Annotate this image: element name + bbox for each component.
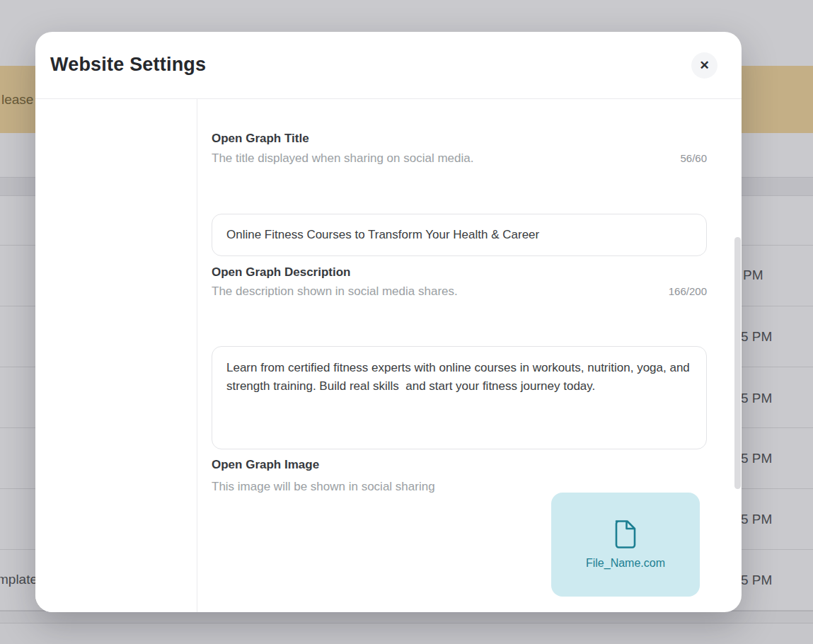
og-title-input[interactable] xyxy=(212,214,707,256)
modal-scrollbar-thumb[interactable] xyxy=(734,237,741,489)
modal-header: Website Settings ✕ xyxy=(35,32,742,99)
og-title-label: Open Graph Title xyxy=(212,132,309,146)
og-description-textarea[interactable]: Learn from certified fitness experts wit… xyxy=(212,346,707,449)
close-icon: ✕ xyxy=(699,59,709,71)
og-title-counter: 56/60 xyxy=(680,152,707,164)
og-title-help: The title displayed when sharing on soci… xyxy=(212,151,473,166)
website-settings-modal: Website Settings ✕ Open Graph Title The … xyxy=(35,32,742,612)
modal-title: Website Settings xyxy=(50,54,206,76)
og-image-label: Open Graph Image xyxy=(212,458,319,472)
modal-content: Open Graph Title The title displayed whe… xyxy=(212,99,707,612)
og-description-help: The description shown in social media sh… xyxy=(212,284,458,299)
file-icon xyxy=(614,520,637,548)
og-image-preview[interactable]: File_Name.com xyxy=(551,493,700,597)
og-description-label: Open Graph Description xyxy=(212,265,350,280)
og-image-file-name: File_Name.com xyxy=(586,557,665,570)
og-image-help: This image will be shown in social shari… xyxy=(212,480,435,494)
screen: lease re PM 5 PM 5 PM 5 PM 5 PM 5 PM mpl… xyxy=(0,0,813,644)
close-button[interactable]: ✕ xyxy=(691,52,717,79)
modal-side-panel xyxy=(35,99,197,612)
og-description-counter: 166/200 xyxy=(669,285,707,297)
